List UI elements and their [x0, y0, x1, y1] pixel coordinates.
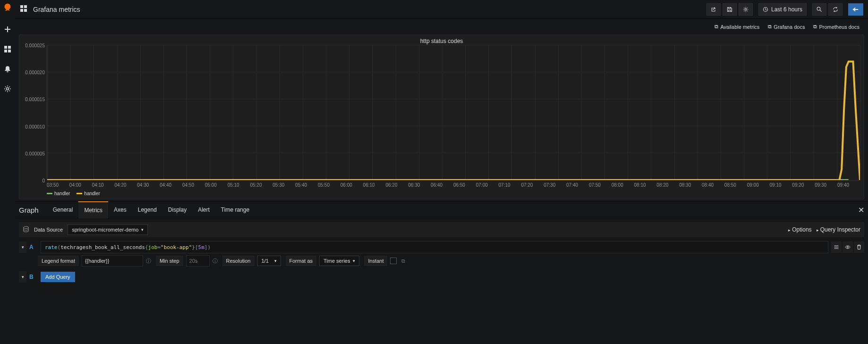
datasource-row: Data Source springboot-micrometer-demo ▾… — [19, 222, 864, 237]
svg-rect-5 — [20, 5, 23, 8]
x-tick: 09:30 — [815, 182, 837, 189]
collapse-toggle[interactable]: ▾ — [19, 241, 26, 253]
legend-format-label: Legend format — [38, 256, 79, 266]
y-tick: 0.000010 — [25, 124, 45, 129]
x-tick: 05:20 — [250, 182, 272, 189]
min-step-label: Min step — [156, 256, 183, 266]
x-tick: 07:30 — [544, 182, 566, 189]
query-options-row: Legend format ⓘ Min step ⓘ Resolution 1/… — [19, 255, 864, 267]
configuration-gear-icon[interactable] — [4, 85, 11, 93]
min-step-input[interactable] — [186, 255, 210, 267]
svg-rect-3 — [8, 50, 11, 52]
x-tick: 07:40 — [566, 182, 589, 189]
x-tick: 06:00 — [340, 182, 363, 189]
tab-general[interactable]: General — [47, 201, 79, 218]
query-expression-input[interactable]: rate(techragesh_book_all_seconds{job="bo… — [41, 241, 828, 253]
resolution-label: Resolution — [222, 256, 255, 266]
chevron-down-icon: ▾ — [141, 227, 144, 232]
tab-time-range[interactable]: Time range — [215, 201, 255, 218]
datasource-select[interactable]: springboot-micrometer-demo ▾ — [68, 224, 148, 235]
query-row-b: ▾ B Add Query — [19, 271, 864, 283]
tab-alert[interactable]: Alert — [192, 201, 215, 218]
query-row-a: ▾ A rate(techragesh_book_all_seconds{job… — [19, 241, 864, 253]
settings-button[interactable] — [739, 3, 753, 16]
x-tick: 05:10 — [228, 182, 250, 189]
legend-swatch — [47, 193, 52, 194]
refresh-button[interactable] — [828, 3, 842, 16]
close-editor-button[interactable]: ✕ — [858, 206, 864, 215]
editor-title: Graph — [19, 206, 39, 214]
time-range-label: Last 6 hours — [771, 6, 802, 13]
share-button[interactable] — [706, 3, 721, 16]
grafana-logo-icon[interactable] — [2, 3, 13, 13]
external-link-icon: ⧉ — [813, 24, 817, 30]
x-tick: 08:10 — [634, 182, 657, 189]
legend-item[interactable]: handler — [77, 191, 100, 196]
alerting-bell-icon[interactable] — [4, 65, 11, 73]
tab-display[interactable]: Display — [162, 201, 192, 218]
y-axis: 00.0000050.0000100.0000150.0000200.00002… — [23, 45, 47, 181]
resolution-select[interactable]: 1/1 ▾ — [257, 256, 281, 266]
grafana-docs-link[interactable]: ⧉Grafana docs — [768, 24, 805, 30]
svg-point-12 — [24, 226, 29, 228]
x-tick: 07:00 — [476, 182, 499, 189]
left-sidebar — [0, 0, 15, 344]
x-tick: 05:50 — [318, 182, 340, 189]
tab-axes[interactable]: Axes — [108, 201, 132, 218]
delete-query-icon[interactable] — [854, 241, 864, 253]
query-inspector-button[interactable]: Query Inspector — [817, 226, 860, 233]
x-tick: 09:20 — [792, 182, 815, 189]
add-query-button[interactable]: Add Query — [41, 272, 75, 282]
panel-title[interactable]: http status codes — [19, 35, 864, 45]
dashboards-icon[interactable] — [4, 45, 11, 53]
zoom-out-button[interactable] — [812, 3, 826, 16]
svg-rect-0 — [4, 46, 7, 49]
dashboard-title[interactable]: Grafana metrics — [33, 6, 80, 13]
x-tick: 05:40 — [295, 182, 318, 189]
info-icon[interactable]: ⓘ — [146, 258, 151, 265]
svg-point-4 — [7, 88, 9, 90]
svg-point-11 — [817, 7, 820, 10]
available-metrics-link[interactable]: ⧉Available metrics — [715, 24, 759, 30]
x-tick: 04:30 — [137, 182, 160, 189]
toggle-visibility-icon[interactable] — [842, 241, 853, 253]
external-link-icon[interactable]: ⧉ — [401, 258, 405, 264]
x-tick: 05:30 — [272, 182, 295, 189]
collapse-toggle[interactable]: ▾ — [19, 271, 26, 283]
x-tick: 04:40 — [160, 182, 182, 189]
query-letter[interactable]: A — [29, 244, 38, 250]
back-button[interactable] — [848, 3, 863, 16]
x-tick: 07:50 — [589, 182, 612, 189]
save-button[interactable] — [723, 3, 737, 16]
x-tick: 09:40 — [837, 182, 860, 189]
plus-icon[interactable] — [4, 26, 11, 33]
legend-label: handler — [84, 191, 100, 196]
x-tick: 06:20 — [385, 182, 408, 189]
clock-icon — [763, 7, 768, 12]
toggle-text-edit-icon[interactable] — [831, 241, 842, 253]
svg-rect-6 — [24, 5, 27, 8]
info-icon[interactable]: ⓘ — [213, 258, 218, 265]
y-tick: 0.000015 — [25, 97, 45, 102]
legend-format-input[interactable] — [82, 255, 143, 267]
tab-legend[interactable]: Legend — [132, 201, 162, 218]
time-range-button[interactable]: Last 6 hours — [758, 3, 807, 16]
options-toggle[interactable]: Options — [788, 226, 811, 233]
chevron-down-icon: ▾ — [274, 258, 277, 263]
external-link-icon: ⧉ — [715, 24, 718, 30]
tab-metrics[interactable]: Metrics — [78, 201, 108, 218]
x-tick: 08:30 — [679, 182, 702, 189]
format-as-select[interactable]: Time series ▾ — [319, 256, 359, 266]
legend-item[interactable]: handler — [47, 191, 70, 196]
svg-rect-7 — [20, 9, 23, 12]
legend-swatch — [77, 193, 82, 194]
x-tick: 08:50 — [724, 182, 747, 189]
dashboard-grid-icon[interactable] — [20, 5, 27, 14]
instant-checkbox[interactable] — [390, 258, 397, 264]
x-axis: 03:5004:0004:1004:2004:3004:4004:5005:00… — [19, 182, 864, 189]
svg-rect-8 — [24, 9, 27, 12]
prometheus-docs-link[interactable]: ⧉Prometheus docs — [813, 24, 859, 30]
chart-plot-area[interactable] — [47, 45, 860, 181]
query-letter[interactable]: B — [29, 274, 38, 280]
instant-label: Instant — [364, 256, 387, 266]
